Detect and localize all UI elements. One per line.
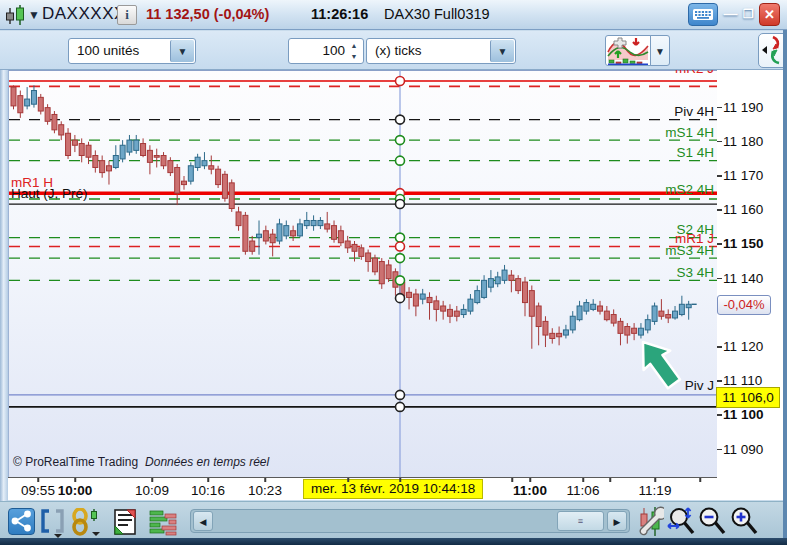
zoom-in-button[interactable] [730,506,757,533]
price-axis[interactable]: 11 19011 18011 17011 16011 15011 14011 1… [717,70,783,500]
scroll-left-button[interactable]: ◀ [193,511,213,531]
candle-body [38,97,43,111]
scrollbar-thumb[interactable]: ≡ [557,511,604,531]
candle-body [161,156,166,166]
candle-body [175,167,180,193]
chart-settings-button[interactable] [636,506,663,533]
candlestick-plot[interactable]: mR2 JPiv 4HmS1 4HS1 4HmR1 HHaut (J, Pré)… [8,70,717,477]
candle-body [529,291,534,317]
time-axis-label: 10:23 [248,483,282,498]
spinner-arrows-icon[interactable]: ▲▼ [347,40,361,62]
news-button[interactable] [112,508,139,535]
time-axis-label: 10:09 [135,483,169,498]
candle-body [291,231,296,236]
candle-body [257,234,262,237]
price-axis-tick [717,380,722,382]
candle-body [461,309,466,314]
tick-count-spinner[interactable]: 100 ▲▼ [288,38,364,64]
price-axis-tick [717,449,722,451]
instrument-dropdown-icon[interactable]: ▼ [28,8,40,22]
candle-body [686,304,691,307]
price-axis-label: 11 160 [723,202,763,217]
units-dropdown[interactable]: 100 unités ▼ [68,38,196,64]
candle-body [577,306,582,320]
close-button[interactable]: ✕ [759,3,780,26]
minimize-button[interactable]: — [722,3,739,26]
price-axis-label: 11 120 [723,339,763,354]
time-axis-label: 10:16 [191,483,225,498]
right-window-frame [783,30,787,538]
zoom-out-button[interactable] [698,506,725,533]
info-button[interactable]: i [117,5,137,25]
maximize-button[interactable]: ❐ [740,3,757,26]
time-axis-tick [609,478,611,482]
contract-name: DAX30 Full0319 [384,6,490,22]
candle-body [182,181,187,184]
price-axis-tick [717,278,722,280]
candle-body [318,220,323,225]
timeframe-value: (x) ticks [375,43,422,58]
candle-body [311,220,316,225]
time-axis-tick [37,478,39,482]
candle-body [407,292,412,297]
candle-body [332,226,337,240]
candle-body [79,144,84,156]
candle-body [673,311,678,318]
chevron-down-icon[interactable]: ▼ [170,40,194,62]
candle-body [100,161,105,173]
candle-body [113,156,118,168]
link-instrument-button[interactable] [70,508,97,535]
candle-body [550,333,555,338]
pivot-price-badge: 11 106,0 [716,387,780,408]
price-axis-label: 11 100 [723,407,764,422]
price-axis-tick [717,209,722,211]
price-axis-label: 11 140 [723,271,763,286]
crosshair-marker [396,233,405,242]
timeframe-dropdown[interactable]: (x) ticks ▼ [366,38,516,64]
price-axis-label: 11 170 [723,168,763,183]
last-price-change: 11 132,50 (-0,04%) [146,6,269,22]
candle-body [509,275,514,280]
candle-body [666,315,671,318]
arrow-cursor-icon [630,332,687,393]
crosshair-marker [396,156,405,165]
candle-body [523,282,528,303]
crosshair-marker [396,242,405,251]
tick-count-value: 100 [322,43,345,58]
chevron-down-icon[interactable]: ▼ [490,40,514,62]
candle-body [516,279,521,291]
crosshair-marker [396,276,405,285]
time-axis-tick [699,478,701,482]
candle-body [495,277,500,284]
time-axis-label: 11:06 [567,483,600,498]
candle-body [11,87,16,106]
indicator-dropdown-icon[interactable]: ▼ [650,35,670,66]
chart-window: ▼ DAXXXXX i 11 132,50 (-0,04%) 11:26:16 … [0,0,787,545]
candle-body [120,145,125,159]
keyboard-button[interactable] [688,3,718,26]
candle-body [604,311,609,320]
add-indicator-button[interactable] [605,35,651,66]
scroll-right-button[interactable]: ▶ [607,511,627,531]
linked-charts-button[interactable] [8,508,35,535]
left-window-frame [0,70,8,505]
change-percent-badge: -0,04% [717,295,771,315]
candle-body [66,133,71,155]
candle-body [475,291,480,303]
candle-body [325,224,330,229]
time-axis[interactable]: mer. 13 févr. 2019 10:44:18 09:5510:0010… [8,477,717,500]
candle-body [441,306,446,311]
candle-body [632,328,637,333]
candle-body [645,320,650,330]
candle-body [625,327,630,336]
time-axis-tick [347,478,349,482]
candle-body [413,294,418,306]
dynamic-zoom-button[interactable] [666,506,693,533]
zoom-selection-button[interactable] [40,508,67,535]
market-depth-button[interactable] [148,508,175,535]
candle-body [25,99,30,106]
horizontal-scrollbar[interactable]: ◀ ≡ ▶ [190,509,630,533]
time-axis-tick [74,478,76,482]
crosshair-marker [396,115,405,124]
time-axis-tick [399,478,401,482]
